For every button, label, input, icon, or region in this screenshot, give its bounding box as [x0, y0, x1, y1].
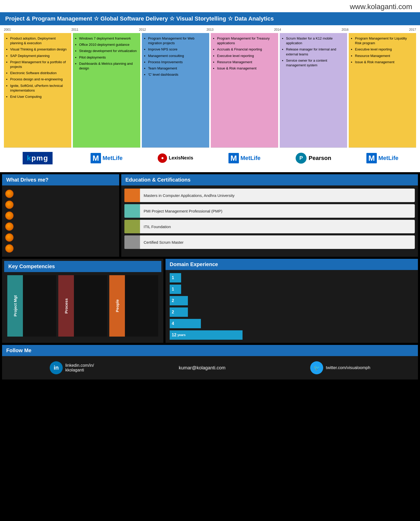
metlife1-item-4: Pilot deployments — [79, 55, 138, 60]
lexisnexis-item-3: Management consulting — [148, 54, 207, 58]
kpmg-content: Product adoption, Deployment planning & … — [4, 33, 71, 147]
kpmg-item-1: Product adoption, Deployment planning & … — [10, 36, 69, 46]
website-url: www.kolaganti.com — [0, 0, 420, 12]
orange-circle-6 — [5, 244, 14, 253]
metlife2-item-5: Issue & Risk management — [217, 66, 276, 71]
kpmg-logo: kpmg — [4, 147, 71, 168]
kpmg-item-3: SAP Deployment planning — [10, 54, 69, 58]
orange-circle-1 — [5, 190, 14, 198]
comp-label-projectmgt: Project Mgt — [13, 295, 17, 317]
metlife2-logo: M MetLife — [211, 147, 278, 168]
email-text: kumar@kolaganti.com — [179, 365, 225, 371]
timeline-card-kpmg: Product adoption, Deployment planning & … — [4, 33, 71, 168]
comp-bar-people-fill — [125, 275, 158, 337]
timeline-card-metlife2: Program Management for Treasury applicat… — [211, 33, 278, 168]
comp-group-process: Process — [58, 275, 107, 337]
lexisnexis-item-1: Program Management for Web migration pro… — [148, 36, 207, 46]
domain-years-label: years — [177, 333, 186, 337]
kpmg-item-4: Project Management for a portfolio of pr… — [10, 60, 69, 69]
orange-circle-2 — [5, 201, 14, 209]
edu-color-masters — [124, 189, 140, 202]
drives-item-6 — [5, 244, 116, 253]
domain-bar-fill-2: 1 — [170, 285, 181, 294]
orange-circle-5 — [5, 233, 14, 242]
metlife3-item-2: Executive level reporting — [355, 47, 413, 52]
pearson-item-2: Release manager for internal and externa… — [286, 47, 345, 56]
education-header: Education & Certifications — [121, 174, 418, 185]
comp-label-people: People — [115, 299, 119, 312]
follow-linkedin[interactable]: in linkedin.com/in/kkolaganti — [50, 361, 94, 374]
domain-bar-1: 1 — [170, 273, 414, 282]
edu-item-itil: ITIL Foundation — [124, 220, 415, 233]
edu-color-itil — [124, 220, 140, 233]
comp-bars: Project Mgt Process People — [4, 272, 161, 340]
edu-label-scrum: Certified Scrum Master — [140, 237, 187, 247]
pearson-item-1: Scrum Master for a K12 mobile applicatio… — [286, 36, 345, 46]
kpmg-item-5: Electronic Software distribution — [10, 71, 69, 75]
lexisnexis-item-4: Process Improvements — [148, 60, 207, 65]
comp-group-projectmgt: Project Mgt — [7, 275, 56, 337]
metlife3-logo: M MetLife — [349, 147, 416, 168]
edu-label-pmp: PMI Project Management Professional (PMP… — [140, 206, 226, 216]
follow-twitter[interactable]: 🐦 twitter.com/visualoomph — [310, 361, 370, 374]
comp-bar-container: Project Mgt Process People — [7, 275, 158, 337]
timeline-years: 2001 2011 2012 2013 2014 2016 2017 — [4, 28, 416, 33]
year-2013: 2013 — [207, 28, 214, 31]
metlife2-item-4: Resource Management — [217, 60, 276, 65]
middle-row: What Drives me? — [0, 172, 420, 259]
kpmg-item-6: Process design and re-engineering — [10, 77, 69, 82]
comp-bar-projectmgt-fill — [23, 275, 56, 337]
drives-item-4 — [5, 222, 116, 231]
edu-label-itil: ITIL Foundation — [140, 222, 175, 231]
twitter-text: twitter.com/visualoomph — [326, 365, 370, 370]
edu-color-pmp — [124, 204, 140, 218]
edu-item-pmp: PMI Project Management Professional (PMP… — [124, 204, 415, 218]
timeline-cards: Product adoption, Deployment planning & … — [4, 33, 416, 168]
timeline-card-metlife1: Windows 7 deployment framework Office 20… — [73, 33, 140, 168]
drives-items — [2, 185, 119, 257]
comp-label-process: Process — [64, 298, 68, 313]
domain-bar-2: 1 — [170, 285, 414, 294]
pearson-content: Scrum Master for a K12 mobile applicatio… — [280, 33, 347, 147]
follow-email[interactable]: kumar@kolaganti.com — [179, 365, 225, 371]
drives-item-2 — [5, 201, 116, 209]
drives-section: What Drives me? — [2, 174, 119, 257]
linkedin-icon: in — [50, 361, 63, 374]
metlife1-item-5: Dashboards & Metrics planning and design — [79, 61, 138, 71]
domain-header: Domain Experience — [166, 259, 418, 270]
domain-bar-fill-1: 1 — [170, 273, 181, 282]
domain-bar-3: 2 — [170, 296, 414, 305]
domain-bar-fill-5: 4 — [170, 319, 201, 328]
domain-bars: 1 1 2 2 — [166, 270, 418, 343]
comp-bar-people-label-col: People — [109, 275, 125, 337]
year-2011: 2011 — [72, 28, 79, 31]
metlife2-item-3: Executive level reporting — [217, 54, 276, 58]
metlife3-item-4: Issue & Risk management — [355, 60, 413, 65]
domain-bar-4: 2 — [170, 307, 414, 317]
kpmg-item-8: End User Computing — [10, 94, 69, 99]
year-2017: 2017 — [409, 28, 416, 31]
drives-item-1 — [5, 190, 116, 198]
comp-bar-projectmgt-label-col: Project Mgt — [7, 275, 23, 337]
linkedin-text: linkedin.com/in/kkolaganti — [65, 363, 94, 372]
drives-header: What Drives me? — [2, 174, 119, 185]
year-2016: 2016 — [342, 28, 349, 31]
lexisnexis-content: Program Management for Web migration pro… — [142, 33, 209, 147]
year-2012: 2012 — [139, 28, 146, 31]
edu-items: Masters in Computer Applications, Andhra… — [121, 185, 418, 252]
domain-bar-fill-6: 12 years — [170, 330, 243, 340]
education-section: Education & Certifications Masters in Co… — [121, 174, 418, 257]
timeline-card-lexisnexis: Program Management for Web migration pro… — [142, 33, 209, 168]
follow-content: in linkedin.com/in/kkolaganti kumar@kola… — [2, 356, 418, 380]
domain-bar-fill-4: 2 — [170, 307, 188, 317]
edu-label-masters: Masters in Computer Applications, Andhra… — [140, 191, 238, 200]
lexisnexis-item-5: Team Management — [148, 66, 207, 71]
metlife1-item-3: Strategy development for virtualization — [79, 49, 138, 53]
twitter-icon: 🐦 — [310, 361, 323, 374]
metlife3-item-1: Program Management for Liquidity Risk pr… — [355, 36, 413, 46]
pearson-logo: P Pearson — [280, 147, 347, 168]
timeline-card-pearson: Scrum Master for a K12 mobile applicatio… — [280, 33, 347, 168]
domain-section: Domain Experience 1 1 2 — [166, 259, 418, 343]
follow-section: Follow Me in linkedin.com/in/kkolaganti … — [2, 345, 418, 380]
metlife3-item-3: Resource Management — [355, 54, 413, 58]
